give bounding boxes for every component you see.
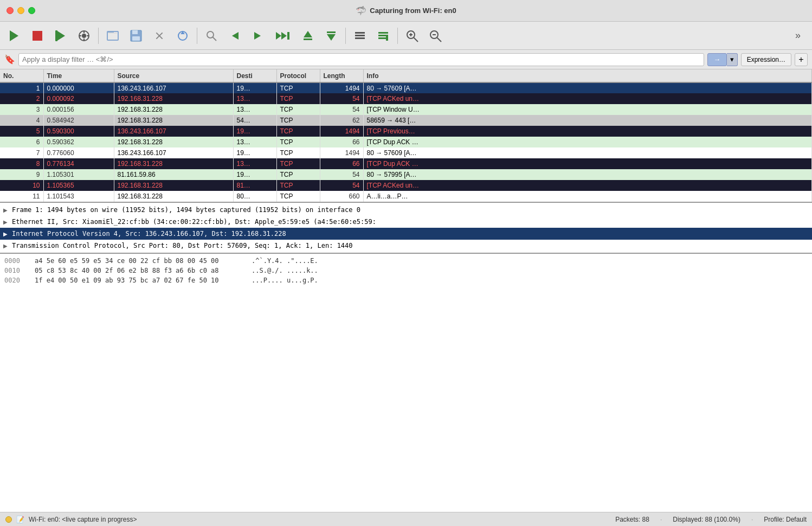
cell-no: 3 <box>0 104 43 115</box>
cell-info: [TCP Window U… <box>363 104 812 115</box>
detail-row-ip[interactable]: ▶ Internet Protocol Version 4, Src: 136.… <box>0 228 812 240</box>
traffic-lights <box>7 7 35 14</box>
restart-capture-button[interactable] <box>50 25 72 47</box>
cell-no: 5 <box>0 126 43 137</box>
goto-button[interactable] <box>270 25 295 47</box>
cell-len: 1494 <box>320 126 363 137</box>
options-button[interactable] <box>73 25 95 47</box>
cell-proto: TCP <box>276 169 320 180</box>
cell-len: 54 <box>320 104 363 115</box>
svg-rect-32 <box>355 35 365 36</box>
table-row[interactable]: 4 0.584942 192.168.31.228 54… TCP 62 586… <box>0 115 812 126</box>
hex-dump: 0000 a4 5e 60 e5 59 e5 34 ce 00 22 cf bb… <box>0 254 812 512</box>
packet-list: No. Time Source Desti Protocol Length In… <box>0 69 812 203</box>
detail-row-tcp[interactable]: ▶ Transmission Control Protocol, Src Por… <box>0 240 812 252</box>
cell-src: 192.168.31.228 <box>114 158 233 169</box>
filter-apply-button[interactable]: → <box>707 53 727 66</box>
cell-len: 54 <box>320 180 363 191</box>
open-file-button[interactable] <box>102 25 124 47</box>
add-filter-button[interactable]: + <box>795 53 808 66</box>
close-file-button[interactable] <box>149 25 170 47</box>
table-row[interactable]: 2 0.000092 192.168.31.228 13… TCP 54 [TC… <box>0 93 812 104</box>
col-header-source: Source <box>114 69 233 82</box>
zoom-out-button[interactable] <box>424 25 446 47</box>
displayed-count: Displayed: 88 (100.0%) <box>673 516 740 523</box>
toolbar-separator-4 <box>397 28 398 44</box>
toolbar: » <box>0 22 812 50</box>
svg-rect-33 <box>355 37 365 39</box>
start-capture-button[interactable] <box>3 25 25 47</box>
cell-no: 1 <box>0 82 43 93</box>
table-row[interactable]: 1 0.000000 136.243.166.107 19… TCP 1494 … <box>0 82 812 93</box>
svg-rect-3 <box>55 30 57 41</box>
cell-src: 81.161.59.86 <box>114 169 233 180</box>
find-button[interactable] <box>201 25 222 47</box>
cell-proto: TCP <box>276 93 320 104</box>
scroll-top-button[interactable] <box>297 25 319 47</box>
table-row[interactable]: 3 0.000156 192.168.31.228 13… TCP 54 [TC… <box>0 104 812 115</box>
table-row[interactable]: 7 0.776060 136.243.166.107 19… TCP 1494 … <box>0 147 812 158</box>
cell-no: 8 <box>0 158 43 169</box>
table-row[interactable]: 8 0.776134 192.168.31.228 13… TCP 66 [TC… <box>0 158 812 169</box>
stop-capture-button[interactable] <box>27 25 48 47</box>
close-button[interactable] <box>7 7 14 14</box>
expand-ethernet-icon: ▶ <box>3 219 10 225</box>
cell-len: 660 <box>320 191 363 202</box>
filter-dropdown-button[interactable]: ▾ <box>727 53 738 66</box>
cell-len: 1494 <box>320 147 363 158</box>
reload-button[interactable] <box>172 25 194 47</box>
svg-rect-36 <box>378 37 386 39</box>
cell-dst: 19… <box>233 82 276 93</box>
cell-dst: 13… <box>233 137 276 147</box>
autoscroll-button[interactable] <box>372 25 394 47</box>
status-right: Packets: 88 · Displayed: 88 (100.0%) · P… <box>615 516 807 523</box>
back-button[interactable] <box>224 25 246 47</box>
hex-offset: 0020 <box>4 277 24 284</box>
svg-line-21 <box>213 37 217 41</box>
hex-offset: 0000 <box>4 257 24 265</box>
svg-rect-37 <box>386 36 388 41</box>
cell-no: 7 <box>0 147 43 158</box>
cell-len: 62 <box>320 115 363 126</box>
capture-icon: 📝 <box>16 516 24 523</box>
svg-line-43 <box>437 37 442 42</box>
svg-rect-30 <box>327 31 336 33</box>
scroll-bottom-button[interactable] <box>320 25 342 47</box>
table-row[interactable]: 6 0.590362 192.168.31.228 13… TCP 66 [TC… <box>0 137 812 147</box>
cell-time: 0.000000 <box>43 82 114 93</box>
forward-button[interactable] <box>247 25 269 47</box>
table-row[interactable]: 5 0.590300 136.243.166.107 19… TCP 1494 … <box>0 126 812 137</box>
cell-info: 80 → 57609 [A… <box>363 147 812 158</box>
svg-rect-31 <box>355 32 365 34</box>
cell-dst: 13… <box>233 104 276 115</box>
more-button[interactable]: » <box>787 25 809 47</box>
cell-dst: 19… <box>233 126 276 137</box>
hex-row: 0020 1f e4 00 50 e1 09 ab 93 75 bc a7 02… <box>4 275 808 285</box>
cell-proto: TCP <box>276 115 320 126</box>
filter-input[interactable] <box>18 53 704 66</box>
zoom-in-button[interactable] <box>401 25 423 47</box>
expand-ip-icon: ▶ <box>3 231 10 237</box>
expression-button[interactable]: Expression… <box>741 53 791 66</box>
save-file-button[interactable] <box>125 25 147 47</box>
packet-tbody: 1 0.000000 136.243.166.107 19… TCP 1494 … <box>0 82 812 202</box>
cell-src: 136.243.166.107 <box>114 126 233 137</box>
toolbar-separator-2 <box>197 28 197 44</box>
hex-bytes: 1f e4 00 50 e1 09 ab 93 75 bc a7 02 67 f… <box>35 277 241 284</box>
cell-proto: TCP <box>276 126 320 137</box>
cell-proto: TCP <box>276 180 320 191</box>
table-row[interactable]: 9 1.105301 81.161.59.86 19… TCP 54 80 → … <box>0 169 812 180</box>
colorize-button[interactable] <box>349 25 371 47</box>
hex-rows: 0000 a4 5e 60 e5 59 e5 34 ce 00 22 cf bb… <box>4 256 808 285</box>
table-row[interactable]: 11 1.101543 192.168.31.228 80… TCP 660 A… <box>0 191 812 202</box>
detail-row-frame[interactable]: ▶ Frame 1: 1494 bytes on wire (11952 bit… <box>0 204 812 216</box>
minimize-button[interactable] <box>17 7 24 14</box>
hex-bytes: 05 c8 53 8c 40 00 2f 06 e2 b8 88 f3 a6 6… <box>35 267 241 274</box>
table-row[interactable]: 10 1.105365 192.168.31.228 81… TCP 54 [T… <box>0 180 812 191</box>
svg-marker-2 <box>56 30 65 41</box>
cell-dst: 13… <box>233 93 276 104</box>
maximize-button[interactable] <box>28 7 35 14</box>
svg-rect-14 <box>132 30 138 34</box>
detail-row-ethernet[interactable]: ▶ Ethernet II, Src: XiaomiEl_22:cf:bb (3… <box>0 216 812 228</box>
cell-time: 1.101543 <box>43 191 114 202</box>
